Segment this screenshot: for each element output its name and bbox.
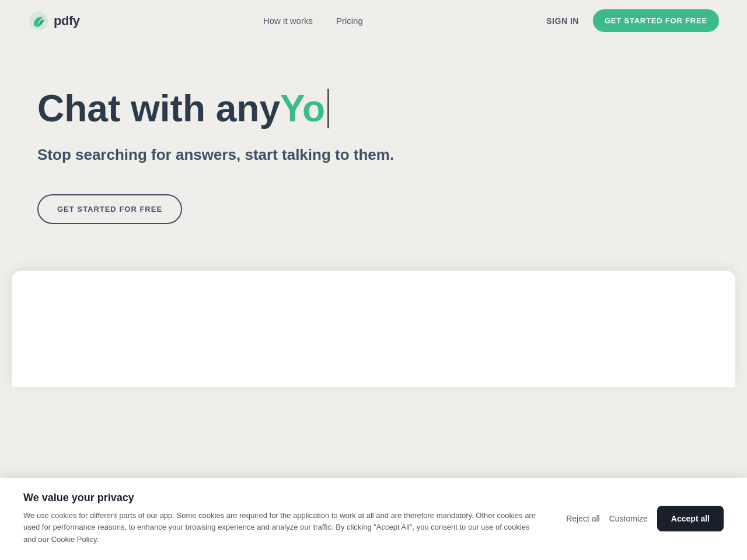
customize-button[interactable]: Customize: [609, 514, 648, 523]
cookie-content: We value your privacy We use cookies for…: [23, 492, 543, 546]
hero-section: Chat with any Yo Stop searching for answ…: [0, 41, 525, 247]
get-started-hero-button[interactable]: GET STARTED FOR FREE: [37, 194, 182, 224]
app-preview: [12, 271, 735, 387]
reject-all-button[interactable]: Reject all: [566, 514, 600, 523]
nav-pricing[interactable]: Pricing: [336, 16, 363, 26]
accept-all-button[interactable]: Accept all: [657, 506, 724, 531]
logo[interactable]: pdfy: [28, 10, 79, 32]
sign-in-link[interactable]: SIGN IN: [546, 16, 579, 26]
nav-how-it-works[interactable]: How it works: [263, 16, 313, 26]
cookie-title: We value your privacy: [23, 492, 543, 504]
logo-icon: [28, 10, 49, 32]
nav-right: SIGN IN GET STARTED FOR FREE: [546, 9, 719, 32]
text-cursor: [327, 89, 329, 128]
cookie-actions: Reject all Customize Accept all: [566, 506, 724, 531]
navbar: pdfy How it works Pricing SIGN IN GET ST…: [0, 0, 747, 41]
hero-heading-text: Chat with any: [37, 88, 280, 129]
hero-subheading: Stop searching for answers, start talkin…: [37, 145, 488, 165]
logo-text: pdfy: [54, 13, 79, 29]
get-started-nav-button[interactable]: GET STARTED FOR FREE: [593, 9, 719, 32]
nav-links: How it works Pricing: [263, 16, 363, 26]
cookie-banner: We value your privacy We use cookies for…: [0, 478, 747, 560]
hero-heading: Chat with any Yo: [37, 88, 488, 129]
hero-heading-highlight: Yo: [280, 88, 325, 129]
cookie-description: We use cookies for different parts of ou…: [23, 510, 543, 546]
